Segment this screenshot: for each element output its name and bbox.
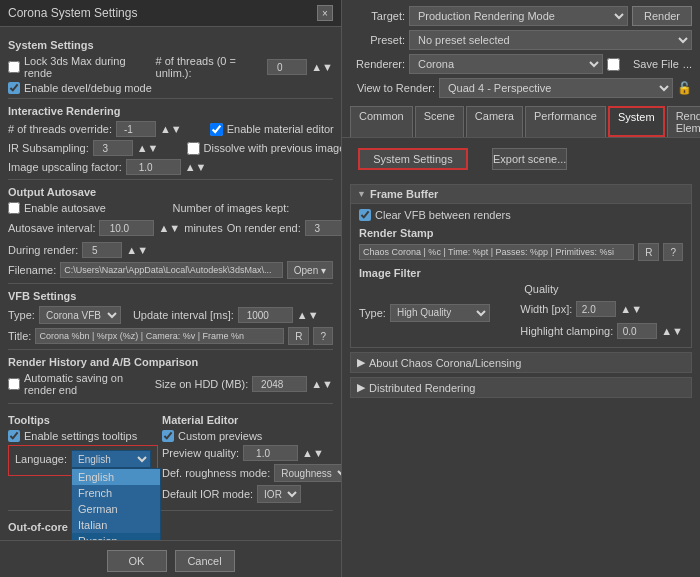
lock-3ds-checkbox[interactable] xyxy=(8,61,20,73)
padlock-icon: 🔓 xyxy=(677,81,692,95)
ir-subsampling-label: IR Subsampling: xyxy=(8,142,89,154)
preview-quality-row: Preview quality: ▲▼ xyxy=(162,445,341,461)
render-stamp-q-button[interactable]: ? xyxy=(663,243,683,261)
highlight-clamping-label: Highlight clamping: xyxy=(520,325,613,337)
cancel-button[interactable]: Cancel xyxy=(175,550,235,572)
filename-row: Filename: Open ▾ xyxy=(8,261,333,279)
width-px-spinbox[interactable] xyxy=(576,301,616,317)
right-header: Target: Production Rendering Mode Render… xyxy=(342,0,700,102)
render-stamp-subheader: Render Stamp xyxy=(359,227,683,239)
lang-option-english[interactable]: English xyxy=(72,469,160,485)
frame-buffer-body: Clear VFB between renders Render Stamp R… xyxy=(350,204,692,348)
enable-devel-checkbox[interactable] xyxy=(8,82,20,94)
target-dropdown[interactable]: Production Rendering Mode xyxy=(409,6,628,26)
autosave-grid: Enable autosave Number of images kept: xyxy=(8,202,333,217)
preset-dropdown[interactable]: No preset selected xyxy=(409,30,692,50)
vfb-q-button[interactable]: ? xyxy=(313,327,333,345)
render-button[interactable]: Render xyxy=(632,6,692,26)
ok-button[interactable]: OK xyxy=(107,550,167,572)
preset-label: Preset: xyxy=(350,34,405,46)
image-filter-right: Quality Width [px]: ▲▼ Highlight clampin… xyxy=(520,283,683,342)
vfb-r-button[interactable]: R xyxy=(288,327,309,345)
vfb-title-input[interactable] xyxy=(35,328,284,344)
enable-autosave-checkbox[interactable] xyxy=(8,202,20,214)
update-interval-spinbox[interactable] xyxy=(238,307,293,323)
enable-tooltips-checkbox[interactable] xyxy=(8,430,20,442)
enable-material-editor-checkbox[interactable] xyxy=(210,123,223,136)
image-filter-header: Image Filter xyxy=(359,267,683,279)
tab-camera[interactable]: Camera xyxy=(466,106,523,137)
enable-devel-label: Enable devel/debug mode xyxy=(24,82,152,94)
autosave-interval-spinbox[interactable] xyxy=(99,220,154,236)
lang-option-italian[interactable]: Italian xyxy=(72,517,160,533)
auto-saving-checkbox[interactable] xyxy=(8,378,20,390)
material-editor-header: Material Editor xyxy=(162,414,341,426)
lang-option-russian[interactable]: Russian xyxy=(72,533,160,540)
dissolve-checkbox[interactable] xyxy=(187,142,200,155)
about-corona-section[interactable]: ▶ About Chaos Corona/Licensing xyxy=(350,352,692,373)
render-stamp-row: R ? xyxy=(359,243,683,261)
tooltips-section: Tooltips Enable settings tooltips Langua… xyxy=(8,408,158,506)
bottom-buttons: OK Cancel xyxy=(8,550,333,572)
frame-buffer-header[interactable]: ▼ Frame Buffer xyxy=(350,184,692,204)
lock-3ds-row: Lock 3ds Max during rende # of threads (… xyxy=(8,55,333,79)
language-dropdown[interactable]: English French German Italian Russian Sp… xyxy=(71,450,151,468)
tab-performance[interactable]: Performance xyxy=(525,106,606,137)
out-of-core-row: Out-of-core xyxy=(8,515,333,537)
threads-override-spinbox[interactable] xyxy=(116,121,156,137)
lang-option-german[interactable]: German xyxy=(72,501,160,517)
on-render-end-spinbox[interactable] xyxy=(305,220,341,236)
lang-option-french[interactable]: French xyxy=(72,485,160,501)
vfb-type-label: Type: xyxy=(8,309,35,321)
type-if-dropdown[interactable]: High Quality xyxy=(390,304,490,322)
auto-saving-label: Automatic saving on render end xyxy=(24,372,151,396)
during-render-row: During render: ▲▼ xyxy=(8,242,333,258)
preview-quality-spinbox[interactable] xyxy=(243,445,298,461)
threads-label: # of threads (0 = unlim.): xyxy=(156,55,264,79)
save-file-label: Save File xyxy=(624,58,679,70)
language-label: Language: xyxy=(15,453,67,465)
vfb-type-dropdown[interactable]: Corona VFB xyxy=(39,306,121,324)
save-file-checkbox[interactable] xyxy=(607,58,620,71)
filename-input[interactable] xyxy=(60,262,282,278)
close-button[interactable]: × xyxy=(317,5,333,21)
auto-saving-row: Automatic saving on render end xyxy=(8,372,151,396)
during-render-spinbox[interactable] xyxy=(82,242,122,258)
renderer-dropdown[interactable]: Corona xyxy=(409,54,603,74)
render-stamp-input[interactable] xyxy=(359,244,634,260)
enable-material-editor-label: Enable material editor xyxy=(227,123,334,135)
export-button[interactable]: Export scene... xyxy=(492,148,567,170)
tooltips-material-grid: Tooltips Enable settings tooltips Langua… xyxy=(8,408,333,506)
autosave-interval-label: Autosave interval: xyxy=(8,222,95,234)
view-to-render-dropdown[interactable]: Quad 4 - Perspective xyxy=(439,78,673,98)
filename-label: Filename: xyxy=(8,264,56,276)
view-to-render-label: View to Render: xyxy=(350,82,435,94)
render-history-header: Render History and A/B Comparison xyxy=(8,356,333,368)
clear-vfb-checkbox[interactable] xyxy=(359,209,371,221)
tab-system[interactable]: System xyxy=(608,106,665,137)
tab-render-elements[interactable]: Render Elements xyxy=(667,106,700,137)
ir-subsampling-spinbox[interactable] xyxy=(93,140,133,156)
render-history-grid: Automatic saving on render end Size on H… xyxy=(8,372,333,399)
def-roughness-label: Def. roughness mode: xyxy=(162,467,270,479)
image-upscaling-spinbox[interactable] xyxy=(126,159,181,175)
default-ior-dropdown[interactable]: IOR xyxy=(257,485,301,503)
custom-previews-checkbox[interactable] xyxy=(162,430,174,442)
default-ior-row: Default IOR mode: IOR xyxy=(162,485,341,503)
tab-common[interactable]: Common xyxy=(350,106,413,137)
spin-arrow: ▲▼ xyxy=(311,61,333,73)
app-title: Corona System Settings xyxy=(8,6,137,20)
frame-buffer-label: Frame Buffer xyxy=(370,188,438,200)
open-button[interactable]: Open ▾ xyxy=(287,261,333,279)
left-content: System Settings Lock 3ds Max during rend… xyxy=(0,27,341,540)
def-roughness-dropdown[interactable]: Roughness xyxy=(274,464,341,482)
threads-spinbox[interactable] xyxy=(267,59,307,75)
language-container: English French German Italian Russian Sp… xyxy=(71,450,151,468)
size-hdd-spinbox[interactable] xyxy=(252,376,307,392)
width-px-label: Width [px]: xyxy=(520,303,572,315)
distributed-rendering-section[interactable]: ▶ Distributed Rendering xyxy=(350,377,692,398)
highlight-clamping-spinbox[interactable] xyxy=(617,323,657,339)
system-settings-button[interactable]: System Settings xyxy=(358,148,468,170)
tab-scene[interactable]: Scene xyxy=(415,106,464,137)
render-stamp-r-button[interactable]: R xyxy=(638,243,659,261)
